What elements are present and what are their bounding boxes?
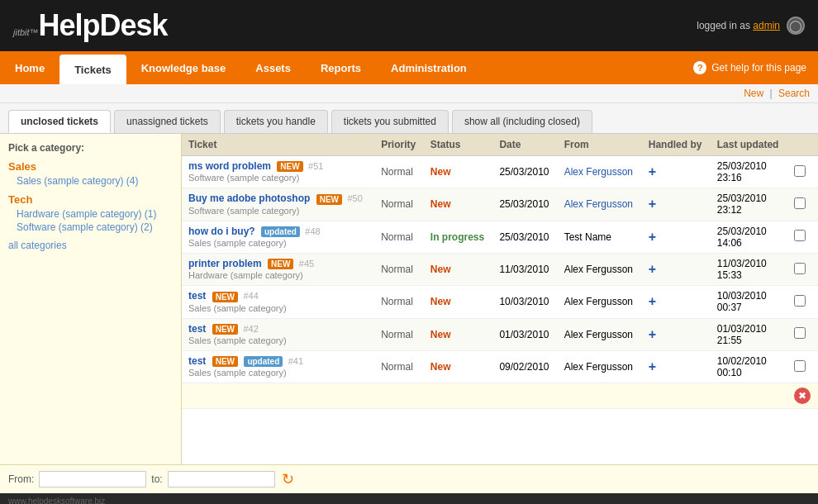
ticket-checkbox[interactable] — [794, 295, 806, 307]
badge-new: NEW — [212, 356, 238, 367]
power-icon[interactable]: ◯ — [787, 17, 805, 35]
ticket-from: Alex Fergusson — [558, 188, 642, 221]
ticket-checkbox[interactable] — [794, 197, 806, 209]
ticket-title-link[interactable]: test — [188, 290, 206, 302]
col-last-updated: Last updated — [711, 134, 787, 156]
from-label: From: — [8, 473, 34, 485]
ticket-checkbox[interactable] — [794, 230, 806, 241]
ticket-from: Alex Fergusson — [558, 156, 642, 188]
ticket-handled-by: + — [642, 253, 711, 285]
to-date-input[interactable] — [168, 471, 275, 487]
search-link[interactable]: Search — [778, 88, 810, 99]
sidebar-cat-sales[interactable]: Sales — [8, 160, 173, 173]
ticket-sub: Software (sample category) — [188, 206, 300, 216]
ticket-status: New — [424, 156, 493, 188]
add-handler-button[interactable]: + — [649, 262, 656, 276]
badge-updated: updated — [261, 226, 300, 237]
tab-show-all[interactable]: show all (including closed) — [452, 110, 592, 133]
add-handler-button[interactable]: + — [649, 164, 656, 178]
ticket-last-updated: 25/03/201023:16 — [711, 156, 787, 188]
badge-new: NEW — [316, 194, 342, 205]
ticket-last-updated: 10/03/201000:37 — [711, 286, 787, 318]
tickets-main: Ticket Priority Status Date From Handled… — [182, 134, 818, 464]
ticket-title-cell: Buy me adobe photoshop NEW #50 Software … — [182, 188, 374, 221]
add-handler-button[interactable]: + — [649, 359, 656, 373]
add-handler-button[interactable]: + — [649, 197, 656, 211]
add-handler-button[interactable]: + — [649, 327, 656, 341]
nav-assets[interactable]: Assets — [240, 51, 306, 84]
ticket-date: 10/03/2010 — [492, 286, 557, 318]
ticket-title-cell: how do i buy? updated #48 Sales (sample … — [182, 221, 374, 253]
ticket-last-updated: 25/03/201023:12 — [711, 188, 787, 221]
ticket-priority: Normal — [374, 188, 424, 221]
footer: www.helpdesksoftware.biz — [0, 493, 818, 504]
logo-helpdesk: HelpDesk — [39, 8, 168, 43]
nav-home[interactable]: Home — [0, 51, 59, 84]
ticket-status: New — [424, 286, 493, 318]
to-label: to: — [151, 473, 162, 485]
ticket-last-updated: 10/02/201000:10 — [711, 350, 787, 383]
ticket-title-link[interactable]: ms word problem — [188, 160, 271, 172]
ticket-date: 01/03/2010 — [492, 318, 557, 350]
sidebar-sub-software[interactable]: Software (sample category) (2) — [8, 221, 173, 233]
nav-administration[interactable]: Administration — [376, 51, 482, 84]
ticket-checkbox[interactable] — [794, 327, 806, 339]
ticket-num: #44 — [240, 291, 258, 301]
ticket-title-cell: printer problem NEW #45 Hardware (sample… — [182, 253, 374, 285]
delete-cell: ✖ — [787, 383, 818, 409]
ticket-handled-by: + — [642, 350, 711, 383]
tab-you-submitted[interactable]: tickets you submitted — [331, 110, 449, 133]
ticket-title-cell: test NEW #42 Sales (sample category) — [182, 318, 374, 350]
ticket-num: #51 — [306, 161, 323, 171]
ticket-sub: Software (sample category) — [188, 173, 300, 183]
tab-unclosed[interactable]: unclosed tickets — [8, 110, 111, 133]
ticket-title-link[interactable]: Buy me adobe photoshop — [188, 193, 310, 204]
sidebar: Pick a category: Sales Sales (sample cat… — [0, 134, 182, 464]
badge-new: NEW — [268, 259, 293, 269]
delete-button[interactable]: ✖ — [794, 388, 811, 404]
get-help-button[interactable]: ? Get help for this page — [682, 51, 818, 84]
delete-spacer — [182, 383, 787, 409]
ticket-status: New — [424, 350, 493, 383]
ticket-title-link[interactable]: test — [188, 323, 206, 335]
ticket-handled-by: + — [642, 286, 711, 318]
ticket-date: 25/03/2010 — [492, 156, 557, 188]
from-date-input[interactable] — [39, 471, 146, 487]
sidebar-sub-sales-sample[interactable]: Sales (sample category) (4) — [8, 175, 173, 187]
sidebar-sub-hardware[interactable]: Hardware (sample category) (1) — [8, 208, 173, 220]
nav-reports[interactable]: Reports — [306, 51, 376, 84]
sidebar-cat-tech[interactable]: Tech — [8, 193, 173, 206]
table-row: how do i buy? updated #48 Sales (sample … — [182, 221, 818, 253]
ticket-title-link[interactable]: test — [188, 355, 206, 367]
admin-link[interactable]: admin — [753, 20, 780, 31]
ticket-checkbox-cell — [787, 350, 818, 383]
ticket-handled-by: + — [642, 188, 711, 221]
ticket-checkbox[interactable] — [794, 165, 806, 177]
badge-new: NEW — [212, 324, 238, 335]
ticket-from: Test Name — [558, 221, 642, 253]
ticket-title-link[interactable]: printer problem — [188, 258, 262, 269]
nav-tickets[interactable]: Tickets — [59, 55, 126, 84]
tab-unassigned[interactable]: unassigned tickets — [114, 110, 221, 133]
ticket-sub: Sales (sample category) — [188, 303, 287, 313]
get-help-icon: ? — [693, 61, 706, 74]
sidebar-all-categories[interactable]: all categories — [8, 240, 173, 251]
tab-you-handle[interactable]: tickets you handle — [224, 110, 328, 133]
col-ticket: Ticket — [182, 134, 374, 156]
footer-text: www.helpdesksoftware.biz — [8, 497, 105, 504]
ticket-priority: Normal — [374, 156, 424, 188]
ticket-checkbox-cell — [787, 156, 818, 188]
refresh-button[interactable]: ↻ — [282, 470, 294, 488]
ticket-priority: Normal — [374, 350, 424, 383]
add-handler-button[interactable]: + — [649, 294, 656, 308]
ticket-handled-by: + — [642, 156, 711, 188]
ticket-status: New — [424, 318, 493, 350]
ticket-checkbox[interactable] — [794, 360, 806, 372]
col-date: Date — [492, 134, 557, 156]
nav-knowledge-base[interactable]: Knowledge base — [126, 51, 241, 84]
ticket-checkbox-cell — [787, 286, 818, 318]
add-handler-button[interactable]: + — [649, 230, 656, 244]
ticket-title-link[interactable]: how do i buy? — [188, 226, 255, 237]
ticket-checkbox[interactable] — [794, 263, 806, 274]
new-link[interactable]: New — [744, 88, 763, 99]
